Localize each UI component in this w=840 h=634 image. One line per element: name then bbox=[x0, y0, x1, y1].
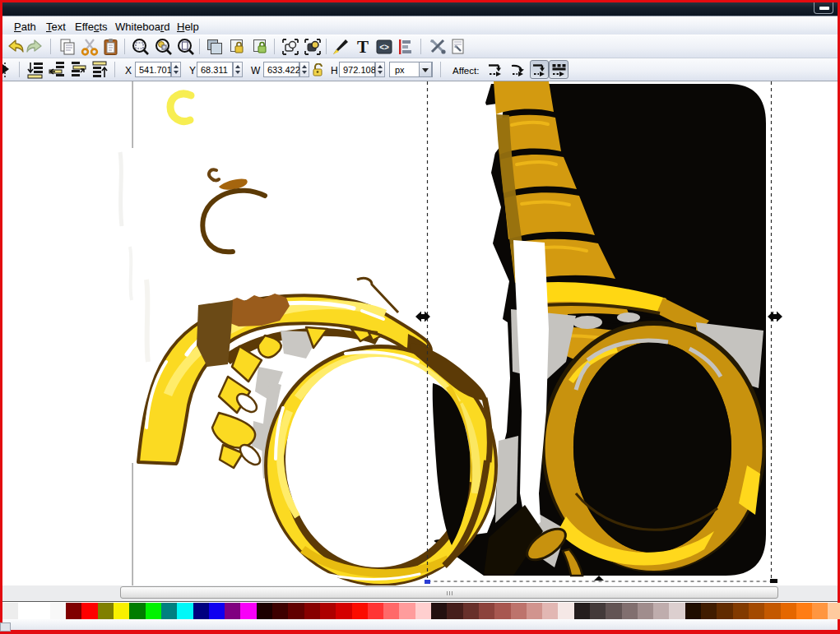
svg-text:<>: <> bbox=[379, 43, 389, 52]
svg-text:T: T bbox=[357, 38, 369, 56]
